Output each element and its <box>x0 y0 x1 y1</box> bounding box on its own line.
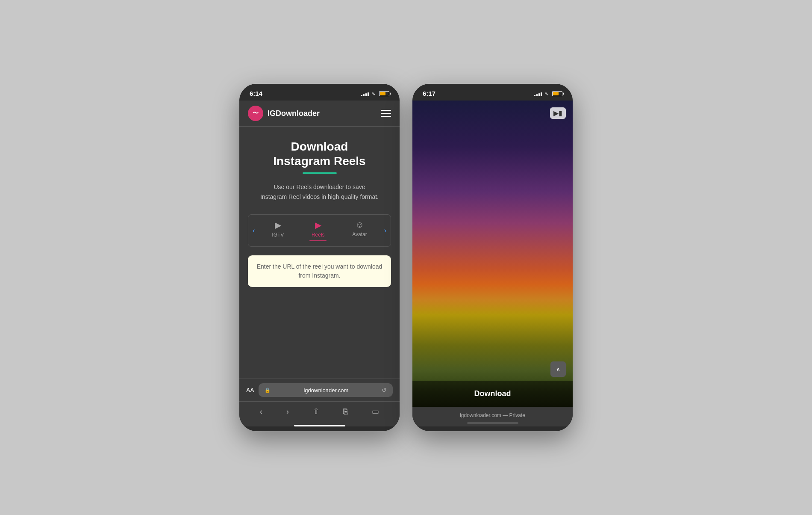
tabs-button[interactable]: ▭ <box>372 407 379 416</box>
logo-icon: 〜 <box>248 106 263 121</box>
wifi-icon-1: ∿ <box>371 91 376 97</box>
main-content: DownloadInstagram Reels Use our Reels do… <box>239 127 400 379</box>
page-subtitle: Use our Reels downloader to save Instagr… <box>260 182 380 201</box>
menu-button[interactable] <box>381 110 391 117</box>
status-bar-2: 6:17 ∿ <box>412 84 573 101</box>
tab-label-reels: Reels <box>312 232 325 238</box>
igtv-icon: ▶ <box>275 220 281 230</box>
phone-1: 6:14 ∿ 〜 IGDownloader <box>239 84 400 431</box>
scroll-up-button[interactable]: ∧ <box>550 361 566 377</box>
phone2-bottom-bar: igdownloader.com — Private <box>412 407 573 426</box>
status-icons-1: ∿ <box>361 91 389 97</box>
tab-avatar[interactable]: ☺ Avatar <box>348 218 371 243</box>
phone1-content: 〜 IGDownloader DownloadInstagram Reels U… <box>239 101 400 426</box>
battery-icon-1 <box>379 91 389 96</box>
home-indicator-2 <box>467 422 518 424</box>
teal-underline <box>303 172 337 174</box>
tab-igtv[interactable]: ▶ IGTV <box>268 218 288 243</box>
back-button[interactable]: ‹ <box>260 407 262 416</box>
forward-button[interactable]: › <box>286 407 289 416</box>
phone2-content: ▶▮ Download ∧ igdownloader.com — Private <box>412 101 573 426</box>
browser-bar: AA 🔒 igdownloader.com ↺ <box>239 379 400 401</box>
page-heading: DownloadInstagram Reels <box>273 139 365 168</box>
download-button[interactable]: Download <box>412 381 573 407</box>
phone2-url-display: igdownloader.com — Private <box>460 412 525 418</box>
url-input-placeholder: Enter the URL of the reel you want to do… <box>256 262 382 280</box>
bottom-nav: ‹ › ⇧ ⎘ ▭ <box>239 401 400 425</box>
url-input-area[interactable]: Enter the URL of the reel you want to do… <box>248 255 391 287</box>
tab-label-igtv: IGTV <box>272 232 284 238</box>
hamburger-line-3 <box>381 116 391 117</box>
battery-icon-2 <box>552 91 562 96</box>
tab-label-avatar: Avatar <box>352 231 367 237</box>
logo-text: IGDownloader <box>268 109 320 118</box>
hamburger-line-1 <box>381 110 391 111</box>
share-button[interactable]: ⇧ <box>313 407 319 416</box>
time-display-2: 6:17 <box>423 90 435 97</box>
tab-items: ▶ IGTV ▶ Reels ☺ Avatar <box>259 218 380 243</box>
tab-next-arrow[interactable]: › <box>380 227 391 234</box>
status-icons-2: ∿ <box>534 91 562 97</box>
logo-container: 〜 IGDownloader <box>248 106 320 121</box>
signal-icon-2 <box>534 91 542 96</box>
signal-icon-1 <box>361 91 369 96</box>
home-indicator-1 <box>294 425 345 426</box>
phone-2: 6:17 ∿ ▶▮ Download ∧ <box>412 84 573 431</box>
refresh-icon[interactable]: ↺ <box>382 387 387 394</box>
status-bar-1: 6:14 ∿ <box>239 84 400 101</box>
tab-prev-arrow[interactable]: ‹ <box>248 227 259 234</box>
reels-icon: ▶ <box>315 220 321 230</box>
bookmarks-button[interactable]: ⎘ <box>343 407 348 416</box>
tab-active-underline <box>309 240 327 241</box>
url-pill[interactable]: 🔒 igdownloader.com ↺ <box>259 383 393 397</box>
time-display-1: 6:14 <box>250 90 262 97</box>
nav-bar: 〜 IGDownloader <box>239 101 400 127</box>
url-display: igdownloader.com <box>273 387 379 394</box>
hamburger-line-2 <box>381 113 391 114</box>
aa-button[interactable]: AA <box>246 387 254 394</box>
lock-icon: 🔒 <box>265 388 271 393</box>
camera-icon: ▶▮ <box>550 107 566 119</box>
video-background <box>412 101 573 407</box>
wifi-icon-2: ∿ <box>544 91 549 97</box>
avatar-icon: ☺ <box>355 220 364 230</box>
video-preview: ▶▮ Download ∧ <box>412 101 573 407</box>
tab-bar: ‹ ▶ IGTV ▶ Reels ☺ Avatar <box>248 214 391 247</box>
tab-reels[interactable]: ▶ Reels <box>305 218 331 243</box>
